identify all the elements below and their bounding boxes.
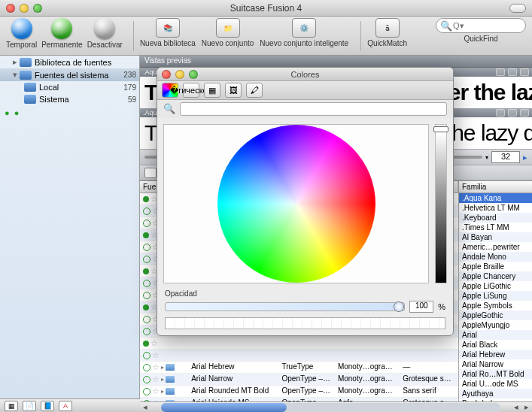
opacity-slider[interactable]	[165, 302, 405, 311]
sidebar-item-local[interactable]: Local179	[0, 81, 139, 93]
sliders-tab-icon[interactable]: �гической	[183, 83, 199, 98]
magnifier-icon[interactable]: 🔍	[163, 103, 175, 114]
sidebar-item-sistema[interactable]: Sistema59	[0, 93, 139, 105]
horizontal-scrollbar[interactable]: ◂◂▸	[140, 401, 532, 412]
star-icon[interactable]: ☆	[152, 386, 160, 396]
family-header[interactable]: Familia	[459, 181, 532, 193]
preview-tool-icon[interactable]	[508, 68, 517, 76]
star-icon[interactable]: ☆	[152, 350, 160, 360]
family-row[interactable]: Apple LiGothic	[459, 281, 532, 291]
opacity-value[interactable]: 100	[409, 301, 433, 313]
disclosure-icon[interactable]: ▸	[161, 376, 164, 383]
family-row[interactable]: Arial Narrow	[459, 359, 532, 369]
font-icon[interactable]: A	[59, 401, 72, 411]
view-mode-icon[interactable]: ▦	[5, 401, 18, 411]
permanente-button[interactable]: Permanente	[41, 18, 82, 49]
star-icon[interactable]: ☆	[150, 338, 158, 348]
disclosure-icon[interactable]: ▸	[161, 364, 164, 371]
family-row[interactable]: Arial Black	[459, 340, 532, 350]
desactivar-orb-icon	[94, 18, 115, 39]
status-icon	[143, 328, 150, 335]
color-picker-title: Colores	[157, 70, 453, 79]
page-icon[interactable]: 📄	[23, 401, 36, 411]
status-icon	[143, 376, 150, 383]
family-row[interactable]: Apple Braille	[459, 262, 532, 271]
sidebar-item-biblioteca[interactable]: ▸Biblioteca de fuentes	[0, 56, 139, 68]
table-row[interactable]: ☆ ▸Arial Rounded MT BoldOpenType – TTMon…	[140, 386, 458, 398]
family-row[interactable]: Apple Symbols	[459, 301, 532, 311]
preview-tool-icon[interactable]	[496, 68, 505, 76]
nuevo-conjunto-label: Nuevo conjunto	[202, 39, 254, 47]
image-tab-icon[interactable]: 🖼	[225, 83, 242, 98]
temporal-orb-icon	[11, 18, 32, 39]
opacity-thumb-icon[interactable]	[394, 301, 404, 312]
brightness-thumb-icon[interactable]	[433, 126, 448, 132]
preview-tool-icon[interactable]	[520, 68, 529, 76]
color-wheel-cursor-icon[interactable]	[294, 201, 299, 206]
family-row[interactable]: AppleGothic	[459, 311, 532, 320]
size-value[interactable]: 32	[491, 151, 520, 163]
star-icon[interactable]: ☆	[152, 362, 160, 372]
folder-icon	[20, 71, 32, 80]
nuevo-conjunto-button[interactable]: 📁Nuevo conjunto	[202, 18, 254, 47]
scrollbar-thumb[interactable]	[161, 403, 287, 412]
nuevo-conjunto-inteligente-button[interactable]: ⚙️Nuevo conjunto inteligente	[260, 18, 348, 47]
family-row[interactable]: Apple LiSung	[459, 291, 532, 301]
family-row[interactable]: Americ…pewriter	[459, 242, 532, 252]
color-picker-titlebar[interactable]: Colores	[157, 68, 453, 81]
family-row[interactable]: Apple Chancery	[459, 271, 532, 281]
status-icon	[143, 268, 149, 274]
percent-label: %	[438, 302, 445, 311]
font-type: TrueType	[279, 362, 335, 373]
size-stepper-icon[interactable]: ▸	[523, 153, 527, 162]
family-row[interactable]: .Keyboard	[459, 213, 532, 223]
color-wheel[interactable]	[217, 125, 375, 283]
family-row[interactable]: .Times LT MM	[459, 223, 532, 232]
family-row[interactable]: Andale Mono	[459, 252, 532, 262]
family-row[interactable]: Ayuthaya	[459, 389, 532, 398]
color-search-row: 🔍	[157, 100, 453, 117]
desactivar-button[interactable]: Desactivar	[87, 18, 123, 49]
family-row[interactable]: Arial U…ode MS	[459, 379, 532, 389]
status-icon	[143, 352, 150, 359]
family-row[interactable]: Arial	[459, 330, 532, 340]
preview-tool-icon[interactable]	[508, 109, 517, 117]
crayons-tab-icon[interactable]: 🖍	[246, 83, 263, 98]
star-icon[interactable]: ☆	[152, 374, 160, 384]
search-icon: 🔍	[440, 20, 452, 32]
temporal-button[interactable]: Temporal	[6, 18, 37, 49]
table-row[interactable]: ☆	[140, 350, 458, 362]
preview-tool-icon[interactable]	[520, 109, 529, 117]
disclosure-icon: ▸	[11, 57, 20, 67]
table-row[interactable]: ☆ ▸Arial HebrewTrueTypeMonoty…ography—	[140, 362, 458, 374]
family-row[interactable]: Al Bayan	[459, 232, 532, 242]
family-row[interactable]: .Aqua Kana	[459, 193, 532, 203]
scroll-left-icon[interactable]: ◂	[140, 402, 150, 412]
tool-icon[interactable]	[144, 168, 157, 178]
table-row[interactable]: ☆	[140, 338, 458, 350]
scroll-left-icon[interactable]: ◂	[511, 402, 521, 412]
color-search-input[interactable]	[180, 102, 447, 116]
family-column[interactable]: Familia .Aqua Kana.Helvetica LT MM.Keybo…	[458, 181, 532, 401]
brightness-slider[interactable]	[435, 124, 447, 283]
table-row[interactable]: ☆ ▸Arial NarrowOpenType – TTMonoty…ograp…	[140, 374, 458, 386]
palettes-tab-icon[interactable]: ▦	[204, 83, 220, 98]
sidebar-item-fuentes-sistema[interactable]: ▾Fuentes del sistema238	[0, 68, 139, 81]
family-row[interactable]: .Helvetica LT MM	[459, 203, 532, 213]
family-row[interactable]: Arial Ro…MT Bold	[459, 369, 532, 379]
family-row[interactable]: AppleMyungjo	[459, 320, 532, 330]
nueva-biblioteca-button[interactable]: 📚Nueva biblioteca	[140, 18, 196, 47]
book-icon[interactable]: 📘	[41, 401, 54, 411]
font-name: Arial Rounded MT Bold	[188, 386, 278, 397]
preview-tool-icon[interactable]	[496, 109, 505, 117]
status-icon	[143, 304, 149, 311]
disclosure-icon[interactable]: ▸	[161, 388, 164, 395]
sidebar-bottom-toolbar: ▦ 📄 📘 A	[0, 398, 140, 412]
opacity-label: Opacidad	[157, 289, 453, 301]
family-row[interactable]: Arial Hebrew	[459, 350, 532, 359]
scroll-right-icon[interactable]: ▸	[521, 402, 532, 412]
size-min-icon: ▾	[485, 154, 488, 161]
color-swatches[interactable]	[165, 317, 445, 329]
quickmatch-button[interactable]: ȃQuickMatch	[367, 18, 407, 47]
sidebar-label: Fuentes del sistema	[35, 71, 108, 80]
